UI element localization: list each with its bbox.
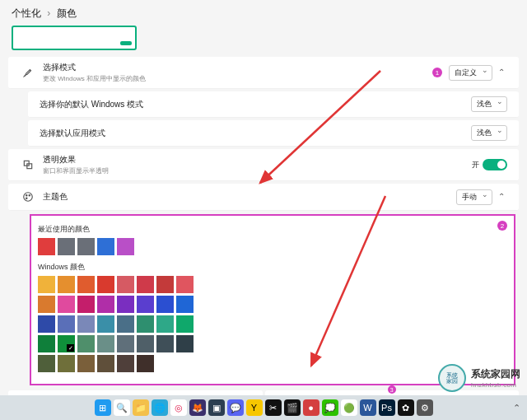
taskbar-explorer-icon[interactable]: 📁 [133,399,149,416]
color-swatch[interactable] [117,296,134,313]
taskbar-wechat-icon[interactable]: 💭 [322,399,338,416]
windows-colors-label: Windows 颜色 [38,262,507,273]
color-swatch[interactable] [38,355,55,372]
color-swatch[interactable] [176,315,194,333]
app-mode-select[interactable]: 浅色 [471,125,507,141]
taskbar-app2-icon[interactable]: ● [303,399,319,416]
taskbar-firefox-icon[interactable]: 🦊 [189,399,206,416]
taskbar-ps-icon[interactable]: Ps [379,399,395,416]
annotation-badge-1: 1 [432,68,442,77]
taskbar-yandex-icon[interactable]: Y [246,399,263,416]
watermark: 系统家园 系统家园网 hnzkhbsb.com [438,364,520,392]
color-swatch[interactable] [58,355,75,372]
color-swatch[interactable] [176,276,194,293]
color-swatch[interactable] [77,238,95,255]
color-swatch[interactable] [137,296,154,313]
color-swatch[interactable] [77,315,95,333]
color-swatch[interactable] [156,296,174,313]
taskbar-settings-icon[interactable]: ⚙ [417,399,433,416]
tray-chevron-icon[interactable]: ⌃ [513,403,520,413]
transparency-toggle[interactable] [483,159,507,170]
taskbar-discord-icon[interactable]: 💬 [227,399,244,416]
win-mode-select[interactable]: 浅色 [471,96,507,112]
color-swatch[interactable] [58,276,75,293]
taskbar-app1-icon[interactable]: ▣ [208,399,225,416]
color-swatch[interactable] [58,238,75,255]
chevron-up-icon[interactable]: ⌃ [496,68,507,77]
color-swatch[interactable] [58,315,75,333]
color-swatch[interactable] [117,276,134,293]
taskbar-jianying-icon[interactable]: 🎬 [284,399,301,416]
taskbar-capcut-icon[interactable]: ✂ [265,399,282,416]
watermark-url: hnzkhbsb.com [471,381,520,389]
row-transparency[interactable]: 透明效果 窗口和界面显示半透明 开 [8,149,519,181]
taskbar-edge-icon[interactable]: 🌐 [152,399,168,416]
row-choose-mode[interactable]: 选择模式 更改 Windows 和应用中显示的颜色 1 自定义 ⌃ [8,57,519,89]
taskbar-word-icon[interactable]: W [360,399,376,416]
color-swatch[interactable] [77,355,95,372]
row-app-mode[interactable]: 选择默认应用模式 浅色 [28,120,519,147]
taskbar-tray[interactable]: ⌃ [513,395,520,420]
windows-colors-swatches: ✓ [38,276,198,372]
row-windows-mode[interactable]: 选择你的默认 Windows 模式 浅色 [28,91,519,118]
palette-icon [20,189,36,205]
color-swatch[interactable] [117,238,134,255]
color-swatch[interactable] [38,315,55,333]
color-swatch[interactable] [137,355,154,372]
svg-point-2 [24,193,33,202]
breadcrumb-parent[interactable]: 个性化 [12,7,41,19]
taskbar-app3-icon[interactable]: ✿ [398,399,414,416]
checkmark-icon: ✓ [67,344,74,352]
color-swatch[interactable] [117,335,134,352]
breadcrumb-sep: › [47,7,50,19]
color-swatch[interactable] [97,335,114,352]
color-swatch[interactable] [38,335,55,352]
mode-select[interactable]: 自定义 [449,65,492,81]
row-accent-color[interactable]: 主题色 手动 ⌃ [8,184,519,211]
color-swatch[interactable] [77,335,95,352]
watermark-title: 系统家园网 [471,367,520,381]
chevron-up-icon[interactable]: ⌃ [496,192,507,201]
theme-preview-light[interactable] [12,26,137,50]
transparency-state-label: 开 [472,160,479,170]
color-swatch[interactable] [117,315,134,333]
app-mode-title: 选择默认应用模式 [40,128,471,139]
color-swatch[interactable]: ✓ [58,335,75,352]
color-swatch[interactable] [97,296,114,313]
transparency-subtitle: 窗口和界面显示半透明 [43,166,472,175]
color-swatch[interactable] [38,238,55,255]
taskbar-evernote-icon[interactable]: 🟢 [341,399,357,416]
color-swatch[interactable] [137,315,154,333]
color-swatch[interactable] [97,315,114,333]
svg-point-5 [26,198,27,198]
annotation-badge-3: 3 [388,385,396,394]
color-swatch[interactable] [156,276,174,293]
color-swatch[interactable] [156,335,174,352]
watermark-logo-icon: 系统家园 [438,364,466,392]
color-swatch[interactable] [137,276,154,293]
taskbar-search-icon[interactable]: 🔍 [114,399,130,416]
color-swatch[interactable] [137,335,154,352]
accent-select[interactable]: 手动 [456,189,492,205]
color-swatch[interactable] [117,355,134,372]
color-swatch[interactable] [58,296,75,313]
taskbar-center: ⊞🔍📁🌐◎🦊▣💬Y✂🎬●💭🟢WPs✿⚙ [95,399,433,416]
color-swatch[interactable] [176,335,194,352]
color-swatch[interactable] [97,355,114,372]
color-swatch[interactable] [97,238,114,255]
color-swatch[interactable] [156,315,174,333]
svg-point-4 [29,195,30,196]
color-swatch[interactable] [176,296,194,313]
preview-accent-bar [120,41,132,45]
recent-colors-label: 最近使用的颜色 [38,224,507,235]
color-swatch[interactable] [38,296,55,313]
color-swatch[interactable] [97,276,114,293]
taskbar-start-icon[interactable]: ⊞ [95,399,111,416]
taskbar-chrome-icon[interactable]: ◎ [170,399,187,416]
taskbar: ⊞🔍📁🌐◎🦊▣💬Y✂🎬●💭🟢WPs✿⚙ ⌃ [0,395,527,420]
color-swatch[interactable] [77,276,95,293]
color-swatch[interactable] [38,276,55,293]
color-swatch[interactable] [77,296,95,313]
transparency-title: 透明效果 [43,154,472,166]
transparency-icon [20,156,36,173]
